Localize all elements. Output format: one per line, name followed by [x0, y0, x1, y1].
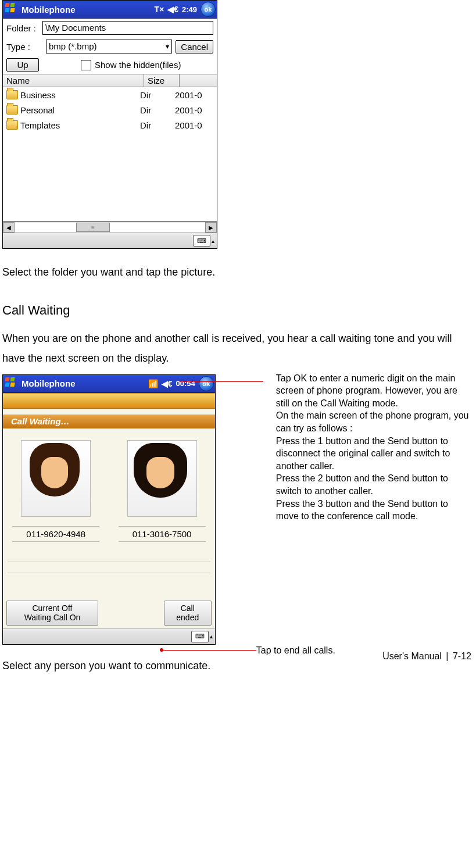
- type-dropdown[interactable]: bmp (*.bmp): [46, 40, 172, 53]
- signal-icon[interactable]: 📶: [148, 379, 158, 388]
- call-waiting-status: Call Waiting…: [3, 415, 215, 428]
- up-button[interactable]: Up: [6, 58, 39, 72]
- caller-card[interactable]: 011-9620-4948: [12, 440, 99, 542]
- bottombar: ⌨ ▴: [3, 233, 217, 248]
- avatar: [21, 440, 91, 517]
- folder-icon: [6, 105, 18, 115]
- scroll-right-icon[interactable]: ▶: [205, 222, 217, 233]
- paragraph-call-waiting: When you are on the phone and another ca…: [2, 328, 471, 368]
- callout-line: [180, 381, 263, 382]
- titlebar: Mobilephone 📶 ◀€ 00:54 ok: [3, 375, 215, 393]
- cancel-button[interactable]: Cancel: [176, 40, 213, 53]
- file-picker-screenshot: Mobilephone T× ◀€ 2:49 ok Folder : \My D…: [2, 0, 217, 249]
- annotation-call-ended: Tap to end all calls.: [256, 644, 335, 657]
- chevron-up-icon[interactable]: ▴: [210, 633, 213, 640]
- col-size[interactable]: Size: [144, 74, 180, 87]
- callout-line: [163, 650, 256, 651]
- signal-off-icon[interactable]: T×: [154, 5, 164, 14]
- list-item[interactable]: Personal Dir 2001-0: [3, 102, 217, 117]
- clock-text: 00:54: [176, 379, 195, 388]
- scroll-left-icon[interactable]: ◀: [3, 222, 15, 233]
- call-ended-button[interactable]: Call ended: [164, 601, 212, 625]
- title-text: Mobilephone: [22, 5, 76, 15]
- col-name[interactable]: Name: [3, 74, 144, 87]
- bottombar: ⌨ ▴: [3, 628, 215, 644]
- toggle-call-button[interactable]: Current Off Waiting Call On: [6, 601, 98, 625]
- folder-input[interactable]: \My Documents: [42, 21, 213, 35]
- keyboard-icon[interactable]: ⌨: [191, 631, 209, 642]
- clock-text: 2:49: [182, 5, 197, 14]
- ok-button[interactable]: ok: [201, 2, 216, 17]
- col-date[interactable]: [180, 74, 217, 87]
- folder-label: Folder :: [6, 23, 42, 33]
- banner-stripe: [3, 394, 215, 409]
- caller-card[interactable]: 011-3016-7500: [119, 440, 206, 542]
- filelist: Business Dir 2001-0 Personal Dir 2001-0 …: [3, 87, 217, 222]
- filelist-header[interactable]: Name Size: [3, 74, 217, 87]
- start-flag-icon[interactable]: [4, 376, 19, 391]
- show-hidden-checkbox[interactable]: [81, 60, 91, 70]
- caller-number: 011-3016-7500: [119, 526, 206, 542]
- folder-icon: [6, 90, 18, 99]
- title-text: Mobilephone: [22, 378, 76, 388]
- caller-number: 011-9620-4948: [12, 526, 99, 542]
- avatar: [127, 440, 197, 517]
- page-footer: User's Manual | 7-12: [382, 651, 471, 662]
- list-item[interactable]: Templates Dir 2001-0: [3, 117, 217, 133]
- titlebar: Mobilephone T× ◀€ 2:49 ok: [3, 1, 217, 19]
- heading-call-waiting: Call Waiting: [2, 303, 471, 318]
- annotation-ok: Tap OK to enter a numeric digit on the m…: [276, 372, 471, 523]
- folder-icon: [6, 120, 18, 130]
- speaker-icon[interactable]: ◀€: [167, 5, 178, 14]
- list-item[interactable]: Business Dir 2001-0: [3, 87, 217, 102]
- instruction-select-folder: Select the folder you want and tap the p…: [2, 265, 471, 280]
- ok-button[interactable]: ok: [199, 376, 214, 391]
- speaker-icon[interactable]: ◀€: [162, 379, 173, 388]
- start-flag-icon[interactable]: [4, 2, 19, 17]
- scroll-thumb[interactable]: [76, 223, 110, 232]
- call-waiting-screenshot: Mobilephone 📶 ◀€ 00:54 ok Call Waiting…: [2, 374, 216, 645]
- type-label: Type :: [6, 42, 42, 52]
- chevron-up-icon[interactable]: ▴: [212, 238, 214, 244]
- show-hidden-label: Show the hidden(files): [95, 60, 181, 70]
- scrollbar-horizontal[interactable]: ◀ ▶: [3, 222, 217, 233]
- keyboard-icon[interactable]: ⌨: [193, 235, 210, 247]
